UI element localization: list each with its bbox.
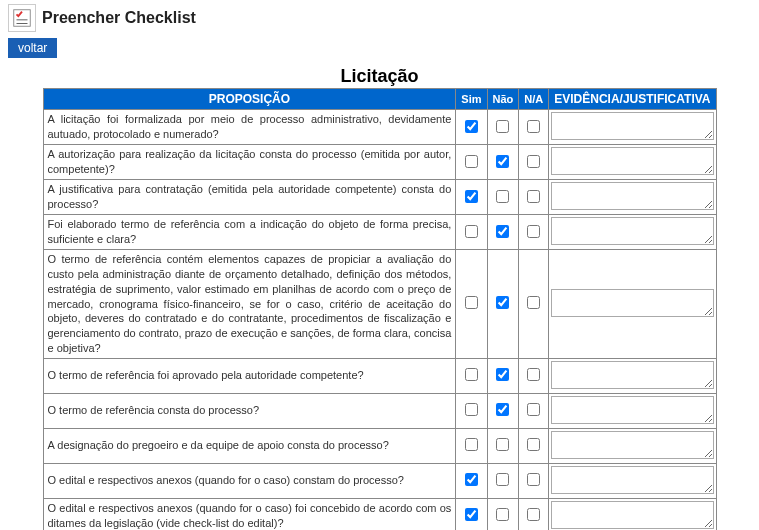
table-row: O termo de referência foi aprovado pela … (43, 358, 716, 393)
col-na: N/A (519, 89, 549, 110)
na-checkbox[interactable] (527, 190, 540, 203)
sim-cell (456, 110, 487, 145)
proposicao-text: O termo de referência contém elementos c… (43, 250, 456, 359)
table-row: A licitação foi formalizada por meio de … (43, 110, 716, 145)
na-checkbox[interactable] (527, 508, 540, 521)
table-row: O edital e respectivos anexos (quando fo… (43, 463, 716, 498)
na-cell (519, 145, 549, 180)
evidencia-cell (549, 498, 716, 530)
nao-checkbox[interactable] (496, 296, 509, 309)
evidencia-input[interactable] (551, 361, 713, 389)
evidencia-input[interactable] (551, 396, 713, 424)
evidencia-cell (549, 463, 716, 498)
evidencia-input[interactable] (551, 112, 713, 140)
nao-checkbox[interactable] (496, 225, 509, 238)
evidencia-input[interactable] (551, 466, 713, 494)
nao-cell (487, 180, 519, 215)
table-row: O termo de referência consta do processo… (43, 393, 716, 428)
evidencia-cell (549, 180, 716, 215)
nao-cell (487, 110, 519, 145)
col-sim: Sim (456, 89, 487, 110)
sim-cell (456, 428, 487, 463)
sim-cell (456, 498, 487, 530)
nao-checkbox[interactable] (496, 473, 509, 486)
table-row: Foi elaborado termo de referência com a … (43, 215, 716, 250)
proposicao-text: A designação do pregoeiro e da equipe de… (43, 428, 456, 463)
evidencia-cell (549, 250, 716, 359)
col-evidencia: EVIDÊNCIA/JUSTIFICATIVA (549, 89, 716, 110)
page-title: Preencher Checklist (42, 9, 196, 27)
sim-cell (456, 358, 487, 393)
proposicao-text: A autorização para realização da licitaç… (43, 145, 456, 180)
na-cell (519, 358, 549, 393)
nao-checkbox[interactable] (496, 120, 509, 133)
nao-checkbox[interactable] (496, 403, 509, 416)
table-row: A designação do pregoeiro e da equipe de… (43, 428, 716, 463)
table-row: A autorização para realização da licitaç… (43, 145, 716, 180)
table-row: O edital e respectivos anexos (quando fo… (43, 498, 716, 530)
checklist-table: PROPOSIÇÃO Sim Não N/A EVIDÊNCIA/JUSTIFI… (43, 88, 717, 530)
evidencia-input[interactable] (551, 431, 713, 459)
na-cell (519, 463, 549, 498)
na-cell (519, 498, 549, 530)
back-button[interactable]: voltar (8, 38, 57, 58)
nao-cell (487, 145, 519, 180)
na-checkbox[interactable] (527, 403, 540, 416)
na-checkbox[interactable] (527, 155, 540, 168)
na-checkbox[interactable] (527, 368, 540, 381)
na-checkbox[interactable] (527, 225, 540, 238)
nao-checkbox[interactable] (496, 508, 509, 521)
sim-cell (456, 463, 487, 498)
na-checkbox[interactable] (527, 296, 540, 309)
nao-cell (487, 393, 519, 428)
sim-cell (456, 215, 487, 250)
nao-checkbox[interactable] (496, 190, 509, 203)
nao-checkbox[interactable] (496, 155, 509, 168)
sim-checkbox[interactable] (465, 473, 478, 486)
nao-cell (487, 498, 519, 530)
na-checkbox[interactable] (527, 438, 540, 451)
proposicao-text: O edital e respectivos anexos (quando fo… (43, 498, 456, 530)
col-proposicao: PROPOSIÇÃO (43, 89, 456, 110)
sim-cell (456, 145, 487, 180)
na-cell (519, 215, 549, 250)
evidencia-cell (549, 145, 716, 180)
proposicao-text: A justificativa para contratação (emitid… (43, 180, 456, 215)
na-cell (519, 428, 549, 463)
nao-cell (487, 250, 519, 359)
evidencia-input[interactable] (551, 217, 713, 245)
sim-checkbox[interactable] (465, 190, 478, 203)
sim-checkbox[interactable] (465, 155, 478, 168)
nao-cell (487, 463, 519, 498)
nao-checkbox[interactable] (496, 368, 509, 381)
na-checkbox[interactable] (527, 473, 540, 486)
evidencia-input[interactable] (551, 182, 713, 210)
table-row: A justificativa para contratação (emitid… (43, 180, 716, 215)
na-checkbox[interactable] (527, 120, 540, 133)
proposicao-text: O termo de referência foi aprovado pela … (43, 358, 456, 393)
evidencia-cell (549, 428, 716, 463)
evidencia-cell (549, 215, 716, 250)
sim-checkbox[interactable] (465, 438, 478, 451)
nao-checkbox[interactable] (496, 438, 509, 451)
evidencia-input[interactable] (551, 147, 713, 175)
section-title: Licitação (0, 66, 759, 87)
evidencia-cell (549, 358, 716, 393)
sim-checkbox[interactable] (465, 120, 478, 133)
nao-cell (487, 358, 519, 393)
proposicao-text: A licitação foi formalizada por meio de … (43, 110, 456, 145)
table-row: O termo de referência contém elementos c… (43, 250, 716, 359)
evidencia-input[interactable] (551, 501, 713, 529)
sim-checkbox[interactable] (465, 296, 478, 309)
sim-checkbox[interactable] (465, 225, 478, 238)
sim-checkbox[interactable] (465, 403, 478, 416)
na-cell (519, 110, 549, 145)
sim-checkbox[interactable] (465, 508, 478, 521)
nao-cell (487, 215, 519, 250)
proposicao-text: O termo de referência consta do processo… (43, 393, 456, 428)
evidencia-cell (549, 110, 716, 145)
na-cell (519, 393, 549, 428)
evidencia-cell (549, 393, 716, 428)
sim-checkbox[interactable] (465, 368, 478, 381)
evidencia-input[interactable] (551, 289, 713, 317)
